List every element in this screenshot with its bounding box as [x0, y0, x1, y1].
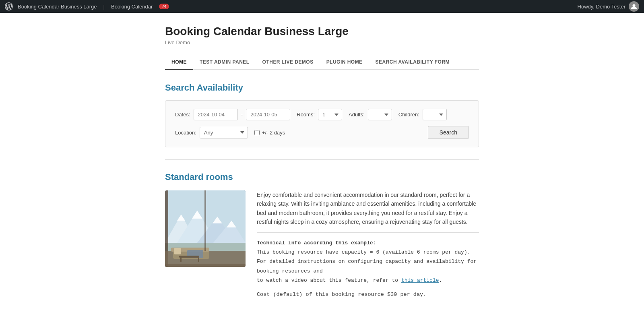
plus-minus-checkbox[interactable]: [254, 130, 260, 135]
adminbar-plugin-link[interactable]: Booking Calendar: [111, 4, 153, 10]
children-label: Children:: [398, 112, 419, 118]
rooms-group: Rooms: 1 2 3 4 5: [297, 109, 342, 120]
search-availability-title: Search Availability: [165, 83, 479, 93]
svg-rect-21: [204, 190, 206, 251]
room-tech-info: Technical info according this example: T…: [257, 238, 479, 285]
location-group: Location: Any New York Los Angeles Chica…: [175, 127, 248, 138]
date-to-input[interactable]: [246, 109, 290, 120]
tech-line3: to watch a video about this feature, ref…: [257, 277, 398, 283]
adults-select[interactable]: -- 1 2 3 4: [368, 109, 392, 120]
tech-link[interactable]: this article: [401, 277, 439, 283]
svg-rect-19: [198, 258, 199, 262]
svg-rect-17: [179, 256, 199, 258]
rooms-label: Rooms:: [297, 112, 315, 118]
room-description: Enjoy comfortable and convenient accommo…: [257, 190, 479, 304]
room-image: [165, 190, 246, 267]
nav-item-home[interactable]: HOME: [165, 55, 193, 70]
nav-item-plugin[interactable]: PLUGIN HOME: [320, 55, 369, 70]
nav-item-demos[interactable]: OTHER LIVE DEMOS: [256, 55, 320, 70]
adults-group: Adults: -- 1 2 3 4: [349, 109, 392, 120]
adminbar-site-name[interactable]: Booking Calendar Business Large: [18, 4, 97, 10]
nav-menu: HOME TEST ADMIN PANEL OTHER LIVE DEMOS P…: [165, 55, 479, 70]
dates-group: Dates: -: [175, 109, 290, 120]
adminbar-right: Howdy, Demo Tester: [578, 1, 639, 12]
dates-label: Dates:: [175, 112, 190, 118]
adults-label: Adults:: [349, 112, 365, 118]
children-select[interactable]: -- 0 1 2 3: [423, 109, 447, 120]
standard-rooms-title: Standard rooms: [165, 172, 479, 182]
adminbar-separator: |: [103, 4, 105, 10]
tech-period: .: [439, 277, 442, 283]
room-card: Enjoy comfortable and convenient accommo…: [165, 190, 479, 304]
page-title: Booking Calendar Business Large: [165, 25, 479, 38]
room-cost: Cost (default) of this booking resource …: [257, 290, 479, 299]
children-group: Children: -- 0 1 2 3: [398, 109, 447, 120]
search-row-1: Dates: - Rooms: 1 2 3 4 5 Ad: [175, 109, 469, 120]
plus-minus-group: +/- 2 days: [254, 130, 285, 136]
tech-header: Technical info according this example:: [257, 240, 376, 246]
search-form-box: Dates: - Rooms: 1 2 3 4 5 Ad: [165, 100, 479, 147]
rooms-section: Standard rooms: [165, 172, 479, 304]
page-wrapper: Booking Calendar Business Large Live Dem…: [0, 13, 644, 314]
location-label: Location:: [175, 130, 196, 136]
adminbar-badge: 24: [159, 4, 169, 9]
nav-item-search-form[interactable]: SEARCH AVAILABILITY FORM: [369, 55, 456, 70]
tech-line1: This booking resource have capacity = 6 …: [257, 249, 471, 255]
date-separator: -: [241, 112, 243, 118]
room-tech-divider: [257, 232, 479, 233]
rooms-select[interactable]: 1 2 3 4 5: [318, 109, 342, 120]
wordpress-icon: [5, 2, 13, 10]
svg-rect-20: [174, 248, 181, 254]
nav-item-admin[interactable]: TEST ADMIN PANEL: [193, 55, 256, 70]
search-button[interactable]: Search: [428, 126, 469, 139]
location-select[interactable]: Any New York Los Angeles Chicago: [200, 127, 248, 138]
room-desc-text: Enjoy comfortable and convenient accommo…: [257, 190, 479, 227]
admin-bar: Booking Calendar Business Large | Bookin…: [0, 0, 644, 13]
date-from-input[interactable]: [194, 109, 238, 120]
avatar: [629, 1, 639, 12]
search-row-2: Location: Any New York Los Angeles Chica…: [175, 126, 469, 139]
plus-minus-label: +/- 2 days: [262, 130, 285, 136]
tech-line2: For detailed instructions on configuring…: [257, 258, 477, 274]
svg-rect-18: [180, 258, 182, 262]
section-divider: [165, 159, 479, 160]
content-area: Booking Calendar Business Large Live Dem…: [165, 13, 479, 314]
adminbar-greeting: Howdy, Demo Tester: [578, 4, 625, 10]
room-illustration: [165, 190, 246, 267]
page-subtitle: Live Demo: [165, 39, 479, 45]
